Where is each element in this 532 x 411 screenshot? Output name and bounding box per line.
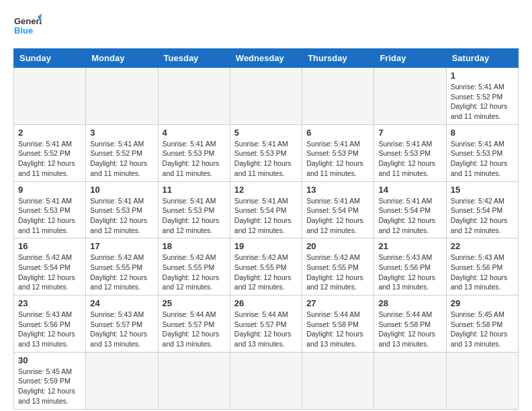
day-info: Sunrise: 5:41 AMSunset: 5:52 PMDaylight:… <box>451 82 514 122</box>
calendar-cell <box>374 352 446 409</box>
day-number: 28 <box>378 298 441 308</box>
day-info: Sunrise: 5:41 AMSunset: 5:53 PMDaylight:… <box>163 139 226 179</box>
calendar-cell <box>446 352 518 409</box>
day-number: 13 <box>306 185 369 195</box>
day-number: 2 <box>18 128 81 138</box>
week-row-3: 9Sunrise: 5:41 AMSunset: 5:53 PMDaylight… <box>14 181 519 238</box>
day-number: 16 <box>18 241 81 251</box>
day-info: Sunrise: 5:42 AMSunset: 5:54 PMDaylight:… <box>451 196 514 236</box>
calendar-cell <box>230 68 302 125</box>
day-info: Sunrise: 5:43 AMSunset: 5:56 PMDaylight:… <box>451 253 514 292</box>
weekday-header-tuesday: Tuesday <box>158 49 230 68</box>
day-info: Sunrise: 5:41 AMSunset: 5:54 PMDaylight:… <box>306 196 369 236</box>
calendar-cell: 12Sunrise: 5:41 AMSunset: 5:54 PMDayligh… <box>230 181 302 238</box>
calendar-cell: 16Sunrise: 5:42 AMSunset: 5:54 PMDayligh… <box>14 238 86 295</box>
weekday-header-monday: Monday <box>86 49 158 68</box>
calendar-cell: 29Sunrise: 5:45 AMSunset: 5:58 PMDayligh… <box>446 295 518 353</box>
day-info: Sunrise: 5:44 AMSunset: 5:58 PMDaylight:… <box>306 310 369 349</box>
calendar-cell: 26Sunrise: 5:44 AMSunset: 5:57 PMDayligh… <box>230 295 302 353</box>
weekday-header-friday: Friday <box>374 49 446 68</box>
calendar-cell <box>302 352 374 409</box>
day-number: 27 <box>306 298 369 308</box>
calendar-cell: 9Sunrise: 5:41 AMSunset: 5:53 PMDaylight… <box>14 181 86 238</box>
day-info: Sunrise: 5:45 AMSunset: 5:58 PMDaylight:… <box>451 310 514 349</box>
day-number: 20 <box>306 241 369 251</box>
day-number: 23 <box>18 298 81 308</box>
day-info: Sunrise: 5:41 AMSunset: 5:53 PMDaylight:… <box>451 139 514 179</box>
calendar-cell: 3Sunrise: 5:41 AMSunset: 5:52 PMDaylight… <box>86 124 158 181</box>
day-number: 5 <box>234 128 298 138</box>
calendar-cell <box>302 68 374 125</box>
calendar-cell: 6Sunrise: 5:41 AMSunset: 5:53 PMDaylight… <box>302 124 374 181</box>
day-number: 12 <box>234 185 298 195</box>
day-info: Sunrise: 5:44 AMSunset: 5:58 PMDaylight:… <box>378 310 441 349</box>
day-number: 25 <box>163 298 226 308</box>
calendar-cell <box>158 68 230 125</box>
calendar-cell: 1Sunrise: 5:41 AMSunset: 5:52 PMDaylight… <box>446 68 518 125</box>
calendar-cell <box>374 68 446 125</box>
day-number: 6 <box>306 128 369 138</box>
day-info: Sunrise: 5:42 AMSunset: 5:55 PMDaylight:… <box>306 253 369 292</box>
calendar-cell: 20Sunrise: 5:42 AMSunset: 5:55 PMDayligh… <box>302 238 374 295</box>
day-number: 22 <box>451 241 514 251</box>
weekday-header-wednesday: Wednesday <box>230 49 302 68</box>
calendar-cell <box>86 352 158 409</box>
day-info: Sunrise: 5:41 AMSunset: 5:52 PMDaylight:… <box>90 139 153 179</box>
calendar-cell: 7Sunrise: 5:41 AMSunset: 5:53 PMDaylight… <box>374 124 446 181</box>
day-info: Sunrise: 5:42 AMSunset: 5:54 PMDaylight:… <box>18 253 81 292</box>
day-info: Sunrise: 5:41 AMSunset: 5:53 PMDaylight:… <box>90 196 153 236</box>
logo-icon: General Blue <box>13 13 42 42</box>
day-info: Sunrise: 5:41 AMSunset: 5:53 PMDaylight:… <box>234 139 298 179</box>
day-number: 15 <box>451 185 514 195</box>
week-row-6: 30Sunrise: 5:45 AMSunset: 5:59 PMDayligh… <box>14 352 519 409</box>
day-number: 9 <box>18 185 81 195</box>
calendar-table: SundayMondayTuesdayWednesdayThursdayFrid… <box>13 48 519 410</box>
day-info: Sunrise: 5:42 AMSunset: 5:55 PMDaylight:… <box>234 253 298 292</box>
weekday-header-row: SundayMondayTuesdayWednesdayThursdayFrid… <box>14 49 519 68</box>
calendar-cell: 4Sunrise: 5:41 AMSunset: 5:53 PMDaylight… <box>158 124 230 181</box>
day-info: Sunrise: 5:41 AMSunset: 5:53 PMDaylight:… <box>163 196 226 236</box>
calendar-cell: 8Sunrise: 5:41 AMSunset: 5:53 PMDaylight… <box>446 124 518 181</box>
day-number: 11 <box>163 185 226 195</box>
day-info: Sunrise: 5:41 AMSunset: 5:53 PMDaylight:… <box>18 196 81 236</box>
calendar-cell: 13Sunrise: 5:41 AMSunset: 5:54 PMDayligh… <box>302 181 374 238</box>
day-number: 1 <box>451 71 514 81</box>
day-number: 4 <box>163 128 226 138</box>
week-row-1: 1Sunrise: 5:41 AMSunset: 5:52 PMDaylight… <box>14 68 519 125</box>
calendar-cell <box>14 68 86 125</box>
calendar-cell: 22Sunrise: 5:43 AMSunset: 5:56 PMDayligh… <box>446 238 518 295</box>
day-info: Sunrise: 5:42 AMSunset: 5:55 PMDaylight:… <box>163 253 226 292</box>
weekday-header-sunday: Sunday <box>14 49 86 68</box>
calendar-cell: 14Sunrise: 5:41 AMSunset: 5:54 PMDayligh… <box>374 181 446 238</box>
calendar-cell: 2Sunrise: 5:41 AMSunset: 5:52 PMDaylight… <box>14 124 86 181</box>
day-number: 19 <box>234 241 298 251</box>
day-info: Sunrise: 5:41 AMSunset: 5:54 PMDaylight:… <box>378 196 441 236</box>
day-info: Sunrise: 5:43 AMSunset: 5:56 PMDaylight:… <box>18 310 81 349</box>
logo: General Blue <box>13 13 42 42</box>
day-number: 3 <box>90 128 153 138</box>
day-info: Sunrise: 5:44 AMSunset: 5:57 PMDaylight:… <box>234 310 298 349</box>
calendar-cell: 17Sunrise: 5:42 AMSunset: 5:55 PMDayligh… <box>86 238 158 295</box>
calendar-cell: 10Sunrise: 5:41 AMSunset: 5:53 PMDayligh… <box>86 181 158 238</box>
weekday-header-thursday: Thursday <box>302 49 374 68</box>
calendar-cell: 30Sunrise: 5:45 AMSunset: 5:59 PMDayligh… <box>14 352 86 409</box>
day-number: 24 <box>90 298 153 308</box>
day-number: 10 <box>90 185 153 195</box>
calendar-cell: 15Sunrise: 5:42 AMSunset: 5:54 PMDayligh… <box>446 181 518 238</box>
day-number: 7 <box>378 128 441 138</box>
day-number: 21 <box>378 241 441 251</box>
day-info: Sunrise: 5:44 AMSunset: 5:57 PMDaylight:… <box>163 310 226 349</box>
calendar-cell: 5Sunrise: 5:41 AMSunset: 5:53 PMDaylight… <box>230 124 302 181</box>
calendar-cell: 19Sunrise: 5:42 AMSunset: 5:55 PMDayligh… <box>230 238 302 295</box>
day-number: 18 <box>163 241 226 251</box>
svg-text:General: General <box>14 16 42 26</box>
calendar-cell: 27Sunrise: 5:44 AMSunset: 5:58 PMDayligh… <box>302 295 374 353</box>
day-info: Sunrise: 5:41 AMSunset: 5:53 PMDaylight:… <box>378 139 441 179</box>
weekday-header-saturday: Saturday <box>446 49 518 68</box>
day-info: Sunrise: 5:45 AMSunset: 5:59 PMDaylight:… <box>18 367 81 406</box>
calendar-cell: 25Sunrise: 5:44 AMSunset: 5:57 PMDayligh… <box>158 295 230 353</box>
calendar-cell: 24Sunrise: 5:43 AMSunset: 5:57 PMDayligh… <box>86 295 158 353</box>
calendar-cell <box>86 68 158 125</box>
calendar-cell: 11Sunrise: 5:41 AMSunset: 5:53 PMDayligh… <box>158 181 230 238</box>
day-number: 17 <box>90 241 153 251</box>
